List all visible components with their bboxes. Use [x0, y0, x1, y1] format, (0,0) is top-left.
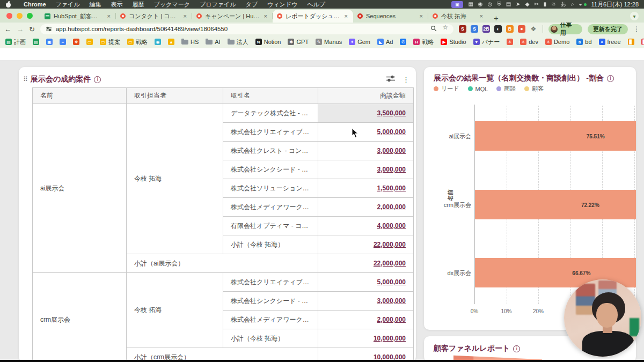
camera-icon[interactable]: ◉ — [478, 2, 483, 7]
bookmark-item[interactable]: ▤ — [33, 39, 39, 45]
amount-link[interactable]: 10,000,000 — [374, 335, 406, 342]
bookmark-item-バナー[interactable]: ▼バナー — [473, 38, 500, 46]
col-name[interactable]: 名前 — [33, 88, 127, 104]
menu-item-2[interactable]: 表示 — [106, 1, 128, 9]
extension-icon-4[interactable]: B — [506, 25, 514, 33]
reload-button[interactable]: ↻ — [29, 26, 35, 33]
col-amount[interactable]: 商談金額 — [318, 88, 414, 104]
settings-gear-icon[interactable]: ◆ — [525, 2, 530, 7]
bookmark-item[interactable]: ◉ — [155, 39, 161, 45]
menu-item-1[interactable]: 編集 — [85, 1, 106, 9]
bookmark-item-Studio[interactable]: ▶Studio — [441, 39, 466, 45]
browser-menu-icon[interactable]: ⋮ — [633, 25, 640, 33]
bookmark-item-計画[interactable]: ▤計画 — [5, 38, 26, 46]
extension-icon-5[interactable]: ● — [518, 25, 525, 33]
tab-4[interactable]: レポートダッシュボード× — [273, 10, 353, 23]
tab-close-icon[interactable]: × — [343, 13, 349, 19]
amount-link[interactable]: 3,000,000 — [377, 297, 406, 305]
address-bar[interactable]: app.hubspot.com/reports-dashboard/506414… — [40, 24, 453, 34]
clipboard-icon[interactable]: ▤ — [506, 2, 511, 7]
tab-close-icon[interactable]: × — [182, 13, 188, 19]
bookmark-item-提案[interactable]: ▭提案 — [100, 38, 120, 46]
bookmark-item-HS[interactable]: HS — [181, 39, 199, 45]
wifi-icon[interactable]: ≋ — [551, 2, 555, 7]
window-zoom-button[interactable] — [27, 13, 33, 19]
tab-close-icon[interactable]: × — [106, 13, 112, 19]
bookmark-item-dev[interactable]: ✳dev — [520, 39, 538, 45]
bookmark-item-freee[interactable]: «freee — [599, 39, 621, 45]
menu-chrome[interactable]: Chrome — [19, 1, 51, 8]
menu-item-3[interactable]: 履歴 — [128, 1, 149, 9]
spotlight-icon[interactable]: ⌕ — [571, 2, 574, 7]
bookmark-item-AI[interactable]: AI — [206, 39, 220, 45]
amount-link[interactable]: 22,000,000 — [374, 241, 406, 248]
tab-2[interactable]: コンタクト | コンタクト一覧× — [116, 10, 192, 23]
new-tab-button[interactable]: + — [488, 13, 504, 23]
bookmark-item-戦略[interactable]: ▭戦略 — [127, 38, 148, 46]
bookmark-item-Ad[interactable]: ◣Ad — [377, 39, 393, 45]
extension-icon-6[interactable]: ❖ — [530, 25, 537, 33]
bookmark-item[interactable]: ≡ — [60, 39, 66, 45]
tab-3[interactable]: キャンペーン | HubSpot× — [192, 10, 273, 23]
apple-logo-icon[interactable] — [5, 2, 11, 8]
bar-ai展示会[interactable] — [475, 121, 636, 151]
control-center-icon[interactable]: ◒ — [579, 2, 582, 7]
bar-crm展示会[interactable] — [475, 190, 636, 219]
bookmark-item[interactable]: ▊ — [641, 39, 644, 45]
bookmark-item-法人[interactable]: 法人 — [228, 38, 248, 46]
search-icon[interactable] — [430, 24, 437, 34]
amount-link[interactable]: 5,000,000 — [377, 278, 406, 286]
tab-5[interactable]: Sequences× — [353, 10, 428, 23]
tab-search-chevron-icon[interactable]: ▾ — [630, 12, 639, 20]
info-icon[interactable]: i — [94, 76, 101, 83]
menu-item-5[interactable]: プロファイル — [195, 1, 241, 9]
amount-link[interactable]: 2,000,000 — [377, 203, 406, 211]
bookmark-item-Demo[interactable]: ✳Demo — [545, 39, 569, 45]
amount-link[interactable]: 4,000,000 — [377, 222, 406, 230]
phone-icon[interactable]: ◎ — [488, 2, 493, 7]
window-minimize-button[interactable] — [17, 13, 23, 19]
card-menu-icon[interactable]: ⋮ — [402, 76, 409, 84]
bookmark-item[interactable]: ▣ — [46, 39, 53, 45]
extension-icon-0[interactable]: S — [459, 25, 466, 33]
bookmark-item[interactable]: ▊ — [628, 39, 634, 45]
update-chrome-button[interactable]: 更新を完了 — [588, 24, 628, 34]
info-icon[interactable]: i — [607, 75, 614, 82]
cursor-tool-icon[interactable]: ➤ — [516, 2, 520, 7]
col-owner[interactable]: 取引担当者 — [127, 88, 223, 104]
bookmark-item-bd[interactable]: bbd — [576, 39, 591, 45]
ime-indicator[interactable]: あ — [561, 2, 566, 7]
menubar-clock[interactable]: 11月6日(木) 12:28 — [591, 1, 639, 9]
screen-share-indicator-icon[interactable]: ▣ — [451, 1, 463, 8]
amount-link[interactable]: 1,500,000 — [377, 184, 406, 192]
tab-6[interactable]: 今枝 拓海× — [428, 10, 488, 23]
legend-item-商談[interactable]: 商談 — [496, 85, 516, 93]
bookmark-item-Notion[interactable]: NNotion — [255, 39, 281, 45]
amount-link[interactable]: 3,000,000 — [377, 147, 406, 154]
tab-close-icon[interactable]: × — [419, 13, 424, 19]
col-deal[interactable]: 取引名 — [223, 88, 318, 104]
lasso-icon[interactable]: ✂ — [534, 2, 538, 7]
legend-item-顧客[interactable]: 顧客 — [524, 85, 544, 93]
extension-icon-3[interactable]: ◐ — [494, 25, 502, 33]
menu-item-0[interactable]: ファイル — [51, 1, 85, 9]
app-grid-icon[interactable]: ▦ — [468, 2, 473, 7]
tab-close-icon[interactable]: × — [479, 13, 484, 19]
battery-icon[interactable]: ▮ — [544, 2, 547, 7]
tab-1[interactable]: HubSpot_顧客ダミーデータ - G× — [40, 10, 116, 23]
menu-item-4[interactable]: ブックマーク — [149, 1, 195, 9]
bookmark-item[interactable]: ▭ — [86, 39, 93, 45]
bookmark-item-戦略[interactable]: H戦略 — [413, 38, 434, 46]
bookmark-item[interactable]: ▲ — [168, 39, 174, 45]
amount-link[interactable]: 3,500,000 — [377, 109, 406, 117]
window-close-button[interactable] — [6, 13, 12, 19]
profile-button[interactable]: 仕事用 — [548, 24, 582, 34]
site-settings-icon[interactable] — [46, 26, 52, 32]
menu-item-6[interactable]: タブ — [240, 1, 262, 9]
drag-handle-icon[interactable]: ⠿ — [23, 76, 27, 83]
amount-link[interactable]: 2,000,000 — [377, 316, 406, 323]
filter-sliders-icon[interactable] — [386, 75, 395, 84]
shield-icon[interactable]: ⛨ — [497, 2, 501, 7]
legend-item-リード[interactable]: リード — [434, 85, 459, 93]
menu-item-8[interactable]: ヘルプ — [302, 1, 330, 9]
